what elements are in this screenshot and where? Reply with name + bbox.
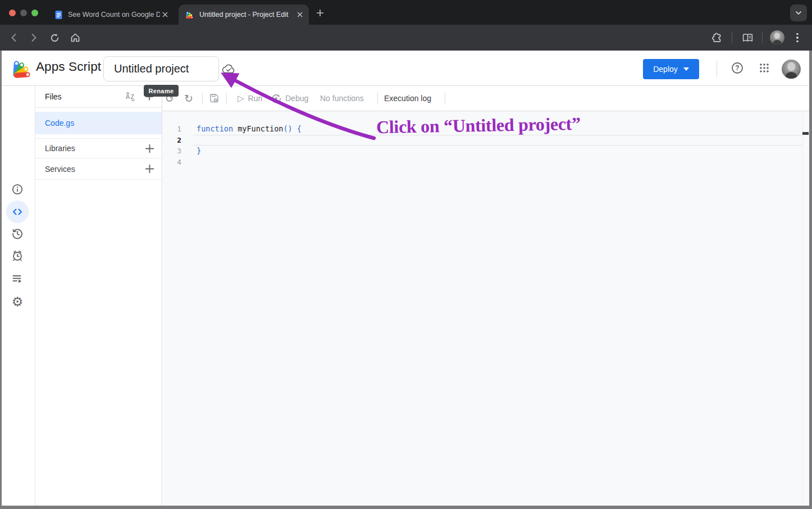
deploy-button[interactable]: Deploy (643, 59, 699, 79)
files-title: Files (45, 92, 62, 101)
function-select-label: No functions (320, 94, 364, 103)
browser-window: See Word Count on Google D Untitled proj… (0, 0, 812, 509)
line-number: 3 (163, 146, 181, 157)
deploy-label: Deploy (653, 65, 678, 74)
code-line-1[interactable]: function myFunction() { (197, 124, 302, 135)
execution-log-button[interactable]: Execution log (384, 86, 431, 111)
services-section: Services (35, 158, 162, 180)
svg-text:?: ? (735, 64, 739, 72)
toolbar-separator (732, 32, 732, 43)
project-title-button[interactable]: Untitled project (103, 56, 219, 81)
traffic-light-minimize-icon[interactable] (20, 10, 27, 16)
browser-profile-avatar[interactable] (768, 29, 786, 47)
debug-button[interactable]: Debug (271, 86, 308, 111)
run-label: Run (248, 94, 263, 103)
files-header: Files AZ (35, 86, 162, 108)
kebab-menu-icon (796, 33, 798, 42)
file-name: Code.gs (45, 119, 74, 128)
window-frame-bottom (0, 506, 812, 509)
save-button[interactable] (208, 86, 220, 111)
toolbar-separator (202, 93, 203, 104)
home-button[interactable] (66, 29, 84, 47)
apps-script-favicon-icon (185, 10, 195, 20)
tab-close-icon[interactable] (295, 10, 304, 20)
rail-settings-button[interactable]: ⚙ (6, 290, 29, 313)
traffic-light-zoom-icon[interactable] (31, 10, 38, 16)
traffic-light-close-icon[interactable] (9, 10, 16, 16)
libraries-label: Libraries (45, 144, 75, 153)
keyword-token: function (197, 124, 233, 133)
reading-list-button[interactable] (738, 29, 756, 47)
help-button[interactable]: ? (725, 56, 750, 80)
line-number: 4 (163, 157, 181, 168)
save-icon (208, 93, 220, 104)
svg-text:Z: Z (130, 93, 134, 100)
account-avatar[interactable] (782, 60, 801, 79)
debug-label: Debug (285, 94, 308, 103)
code-icon (11, 206, 24, 218)
redo-button[interactable]: ↻ (184, 86, 193, 111)
save-status-cloud-icon (222, 63, 235, 75)
extensions-button[interactable] (708, 29, 726, 47)
tab-word-count[interactable]: See Word Count on Google D (47, 4, 174, 25)
minimap-divider (802, 111, 803, 506)
execution-log-label: Execution log (384, 94, 431, 103)
tab-close-icon[interactable] (160, 10, 170, 20)
punctuation-token: () { (283, 124, 302, 133)
redo-icon: ↻ (184, 92, 193, 105)
services-label: Services (45, 165, 75, 174)
deploy-caret-icon (683, 67, 689, 71)
apps-script-logo-icon (11, 57, 35, 80)
files-panel: Files AZ Code.gs Libraries Services (35, 86, 162, 506)
tab-strip: See Word Count on Google D Untitled proj… (0, 0, 812, 25)
avatar (770, 30, 784, 45)
libraries-section: Libraries (35, 138, 162, 158)
line-number: 1 (163, 124, 181, 135)
toolbar-separator (226, 93, 227, 104)
window-frame-left (0, 51, 2, 509)
rename-tooltip: Rename (144, 85, 179, 97)
rail-project-history-button[interactable] (6, 222, 29, 245)
forward-button[interactable] (25, 29, 43, 47)
line-number-active: 2 (163, 135, 181, 146)
window-frame-right (809, 51, 812, 509)
rail-editor-button[interactable] (6, 201, 29, 223)
tab-search-chevron-button[interactable] (790, 4, 807, 21)
current-line-highlight (193, 135, 802, 146)
tab-apps-script[interactable]: Untitled project - Project Edit (179, 4, 309, 25)
run-icon: ▷ (238, 93, 244, 103)
svg-text:A: A (125, 93, 130, 100)
sort-files-button[interactable]: AZ (124, 90, 137, 103)
brand-name: Apps Script (36, 60, 101, 74)
function-select[interactable]: No functions (320, 86, 364, 111)
header-separator (717, 60, 717, 77)
code-line-3[interactable]: } (197, 146, 201, 157)
reload-button[interactable] (45, 29, 63, 47)
rail-overview-button[interactable] (6, 178, 29, 201)
code-toolbar: ↺ ↻ ▷Run Debug No functions Execution lo… (163, 86, 812, 111)
back-button[interactable] (5, 29, 23, 47)
toolbar-separator (762, 32, 763, 43)
google-apps-grid-button[interactable] (752, 56, 777, 80)
toolbar-separator (377, 93, 378, 104)
tab-title: Untitled project - Project Edit (199, 11, 295, 19)
overview-ruler-cursor-marker (802, 132, 809, 135)
debug-icon (271, 93, 281, 103)
toolbar-separator (445, 93, 445, 104)
apps-script-header: Apps Script Untitled project Deploy ? Re… (0, 51, 812, 86)
browser-toolbar: script.google.com/u/0/home/projects/16DJ… (0, 25, 812, 51)
rail-triggers-button[interactable] (6, 244, 29, 267)
rail-executions-button[interactable] (6, 267, 29, 290)
project-title-text: Untitled project (114, 62, 189, 75)
code-editor[interactable]: 1 2 3 4 function myFunction() { } (163, 111, 809, 506)
browser-menu-button[interactable] (788, 29, 806, 47)
run-button[interactable]: ▷Run (238, 86, 262, 111)
identifier-token: myFunction (233, 124, 283, 133)
punctuation-token: } (197, 146, 201, 155)
tab-title: See Word Count on Google D (68, 11, 160, 19)
add-service-button[interactable] (143, 162, 156, 176)
add-library-button[interactable] (143, 142, 156, 155)
new-tab-button[interactable] (313, 6, 327, 20)
file-item-codegs[interactable]: Code.gs (35, 112, 162, 134)
gear-icon: ⚙ (12, 296, 24, 308)
